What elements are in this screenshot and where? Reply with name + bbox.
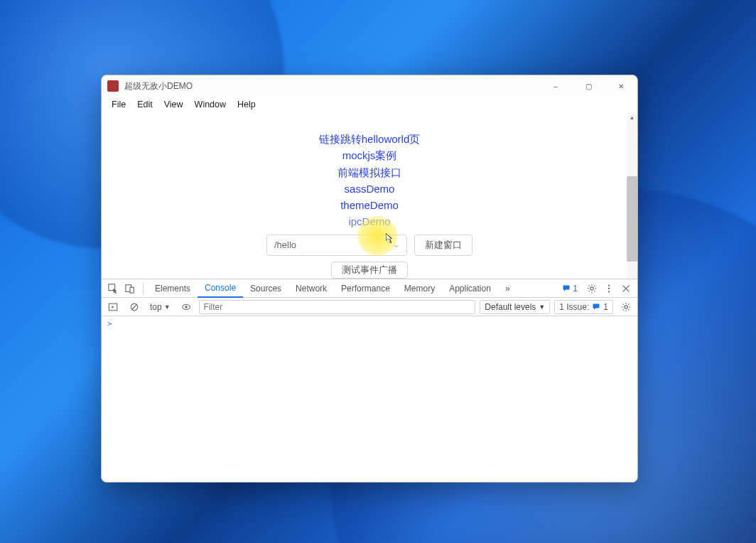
console-prompt: > (107, 319, 112, 328)
console-output[interactable]: > (102, 316, 637, 482)
tab-elements[interactable]: Elements (148, 279, 198, 298)
svg-point-11 (625, 305, 627, 308)
svg-rect-2 (130, 287, 134, 293)
svg-point-4 (608, 284, 610, 286)
console-settings-icon[interactable] (617, 298, 634, 316)
svg-point-3 (590, 286, 593, 289)
link-mock-api[interactable]: 前端模拟接口 (338, 164, 401, 181)
tab-console[interactable]: Console (198, 279, 243, 298)
new-window-button[interactable]: 新建窗口 (414, 235, 472, 256)
clear-console-icon[interactable] (126, 298, 143, 316)
tab-sources[interactable]: Sources (243, 279, 288, 298)
devtools-panel: Elements Console Sources Network Perform… (102, 279, 637, 482)
filter-input[interactable] (199, 300, 476, 314)
controls-row: /hello 新建窗口 (266, 235, 472, 256)
svg-point-10 (185, 306, 188, 308)
tab-network[interactable]: Network (288, 279, 334, 298)
console-filter-bar: top ▼ Default levels ▼ 1 Issue: 1 (102, 298, 637, 316)
link-list: 链接跳转helloworld页 mockjs案例 前端模拟接口 sassDemo… (102, 112, 637, 279)
log-levels-dropdown[interactable]: Default levels ▼ (480, 300, 550, 314)
scrollbar-thumb[interactable] (627, 176, 637, 262)
devtools-tabs: Elements Console Sources Network Perform… (102, 279, 637, 298)
tab-memory[interactable]: Memory (397, 279, 442, 298)
link-theme-demo[interactable]: themeDemo (340, 197, 399, 213)
menu-edit[interactable]: Edit (131, 98, 158, 111)
inspect-icon[interactable] (104, 279, 122, 298)
maximize-button[interactable]: ▢ (572, 75, 605, 97)
live-expression-icon[interactable] (178, 298, 195, 316)
sidebar-toggle-icon[interactable] (104, 298, 122, 316)
issues-button[interactable]: 1 Issue: 1 (554, 300, 613, 314)
content-area: 链接跳转helloworld页 mockjs案例 前端模拟接口 sassDemo… (102, 112, 637, 279)
titlebar: 超级无敌小DEMO – ▢ ✕ (102, 75, 637, 97)
scroll-up-icon[interactable]: ▲ (627, 112, 637, 123)
menu-view[interactable]: View (158, 98, 189, 111)
vertical-scrollbar[interactable]: ▲ (627, 112, 637, 279)
tab-performance[interactable]: Performance (334, 279, 397, 298)
svg-point-6 (608, 291, 610, 292)
message-count[interactable]: 1 (556, 284, 583, 294)
broadcast-button[interactable]: 测试事件广播 (331, 262, 408, 279)
link-helloworld[interactable]: 链接跳转helloworld页 (319, 131, 421, 147)
link-ipc-demo[interactable]: ipcDemo (348, 213, 390, 230)
tabs-overflow[interactable]: » (498, 279, 517, 298)
settings-icon[interactable] (583, 279, 600, 298)
menu-window[interactable]: Window (189, 98, 232, 111)
minimize-button[interactable]: – (539, 75, 572, 97)
app-window: 超级无敌小DEMO – ▢ ✕ File Edit View Window He… (101, 75, 638, 483)
devtools-close-icon[interactable] (617, 279, 634, 298)
link-mockjs[interactable]: mockjs案例 (342, 147, 397, 163)
menu-file[interactable]: File (106, 98, 131, 111)
svg-point-5 (608, 287, 610, 289)
context-selector[interactable]: top ▼ (147, 302, 173, 312)
close-button[interactable]: ✕ (605, 75, 637, 97)
window-title: 超级无敌小DEMO (124, 80, 539, 92)
tab-application[interactable]: Application (442, 279, 498, 298)
device-toggle-icon[interactable] (122, 279, 139, 298)
menubar: File Edit View Window Help (102, 97, 637, 112)
menu-help[interactable]: Help (232, 98, 261, 111)
route-select-value: /hello (274, 240, 296, 250)
app-icon (107, 80, 119, 92)
kebab-menu-icon[interactable] (600, 279, 617, 298)
link-sass-demo[interactable]: sassDemo (345, 181, 395, 197)
route-select[interactable]: /hello (266, 235, 407, 256)
